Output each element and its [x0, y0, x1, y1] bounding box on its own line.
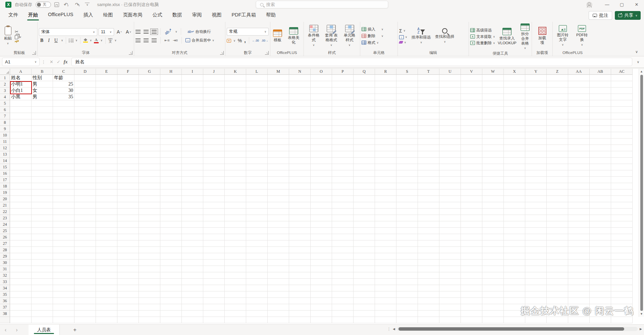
cell-X17[interactable] — [504, 177, 525, 183]
cell-B3[interactable]: 女 — [32, 88, 53, 94]
cell-B1[interactable]: 性别 — [32, 75, 53, 81]
cell-D7[interactable] — [74, 113, 96, 119]
cell-H32[interactable] — [160, 272, 182, 279]
cell-K2[interactable] — [225, 81, 246, 88]
cell-AA18[interactable] — [568, 183, 590, 189]
cell-AB13[interactable] — [590, 151, 611, 158]
cell-K34[interactable] — [225, 285, 246, 291]
splitter-dots-icon[interactable]: ⋮ — [387, 327, 391, 331]
tab-审阅[interactable]: 审阅 — [187, 9, 207, 21]
cell-Y3[interactable] — [525, 88, 547, 94]
cell-P30[interactable] — [332, 260, 354, 266]
cell-K37[interactable] — [225, 304, 246, 311]
cell-H13[interactable] — [160, 151, 182, 158]
cell-M26[interactable] — [268, 234, 289, 240]
cell-N36[interactable] — [289, 298, 311, 304]
cell-B34[interactable] — [32, 285, 53, 291]
tab-PDF工具箱[interactable]: PDF工具箱 — [227, 9, 261, 21]
cell-E15[interactable] — [96, 164, 117, 170]
cell-AA19[interactable] — [568, 189, 590, 196]
cell-U37[interactable] — [439, 304, 461, 311]
cell-O32[interactable] — [311, 272, 332, 279]
cell-C36[interactable] — [53, 298, 74, 304]
cell-AA1[interactable] — [568, 75, 590, 81]
cell-A27[interactable] — [10, 240, 32, 247]
cell-Z5[interactable] — [547, 100, 568, 107]
cell-T11[interactable] — [418, 138, 439, 145]
cell-Z10[interactable] — [547, 132, 568, 138]
cell-AB34[interactable] — [590, 285, 611, 291]
cell-H15[interactable] — [160, 164, 182, 170]
cell-M21[interactable] — [268, 202, 289, 209]
cell-L17[interactable] — [246, 177, 268, 183]
cell-O14[interactable] — [311, 158, 332, 164]
cell-W38[interactable] — [482, 311, 504, 317]
cell-F11[interactable] — [117, 138, 139, 145]
delete-cells-button[interactable]: 删除∨ — [362, 34, 383, 39]
cell-I19[interactable] — [182, 189, 203, 196]
cell-R20[interactable] — [375, 196, 396, 202]
cell-O6[interactable] — [311, 107, 332, 113]
cell-Y28[interactable] — [525, 247, 547, 253]
cell-AA16[interactable] — [568, 170, 590, 177]
advanced-filter-button[interactable]: 高级筛选 — [470, 28, 495, 33]
vlookup-button[interactable]: 查找录入 VLOOKUP — [497, 27, 518, 47]
cell-D19[interactable] — [74, 189, 96, 196]
cell-V39[interactable] — [461, 317, 482, 323]
cell-Q1[interactable] — [354, 75, 375, 81]
cell-D33[interactable] — [74, 279, 96, 285]
cell-AB2[interactable] — [590, 81, 611, 88]
cell-V7[interactable] — [461, 113, 482, 119]
share-button[interactable]: 共享 ∨ — [615, 11, 641, 20]
cell-R11[interactable] — [375, 138, 396, 145]
cell-G24[interactable] — [139, 221, 160, 228]
cell-P39[interactable] — [332, 317, 354, 323]
cell-B11[interactable] — [32, 138, 53, 145]
cell-H20[interactable] — [160, 196, 182, 202]
cell-K31[interactable] — [225, 266, 246, 272]
cell-T20[interactable] — [418, 196, 439, 202]
cell-Q14[interactable] — [354, 158, 375, 164]
cell-W14[interactable] — [482, 158, 504, 164]
cell-G23[interactable] — [139, 215, 160, 221]
phonetic-guide-button[interactable]: wén文 — [108, 38, 113, 43]
tab-文件[interactable]: 文件 — [3, 9, 23, 21]
cell-T13[interactable] — [418, 151, 439, 158]
cell-R32[interactable] — [375, 272, 396, 279]
cell-U33[interactable] — [439, 279, 461, 285]
cell-C12[interactable] — [53, 145, 74, 151]
cell-S32[interactable] — [396, 272, 418, 279]
cell-O35[interactable] — [311, 291, 332, 298]
cell-AC28[interactable] — [611, 247, 633, 253]
cell-R14[interactable] — [375, 158, 396, 164]
cell-D2[interactable] — [74, 81, 96, 88]
cell-Q28[interactable] — [354, 247, 375, 253]
cell-K7[interactable] — [225, 113, 246, 119]
cell-I3[interactable] — [182, 88, 203, 94]
autosum-button[interactable]: Σ∨ — [399, 28, 407, 34]
cell-C4[interactable]: 35 — [53, 94, 74, 100]
cell-H2[interactable] — [160, 81, 182, 88]
cell-AA27[interactable] — [568, 240, 590, 247]
cell-S28[interactable] — [396, 247, 418, 253]
cell-Y29[interactable] — [525, 253, 547, 260]
cell-U9[interactable] — [439, 126, 461, 132]
cell-K15[interactable] — [225, 164, 246, 170]
cell-J26[interactable] — [203, 234, 225, 240]
cell-I31[interactable] — [182, 266, 203, 272]
cell-F19[interactable] — [117, 189, 139, 196]
cell-L32[interactable] — [246, 272, 268, 279]
cell-F4[interactable] — [117, 94, 139, 100]
cell-V5[interactable] — [461, 100, 482, 107]
cell-Y25[interactable] — [525, 228, 547, 234]
cell-AB18[interactable] — [590, 183, 611, 189]
cell-R17[interactable] — [375, 177, 396, 183]
cell-Z15[interactable] — [547, 164, 568, 170]
cell-A32[interactable] — [10, 272, 32, 279]
cell-W25[interactable] — [482, 228, 504, 234]
cell-Z21[interactable] — [547, 202, 568, 209]
cell-R38[interactable] — [375, 311, 396, 317]
cell-F17[interactable] — [117, 177, 139, 183]
cell-M2[interactable] — [268, 81, 289, 88]
cell-C10[interactable] — [53, 132, 74, 138]
